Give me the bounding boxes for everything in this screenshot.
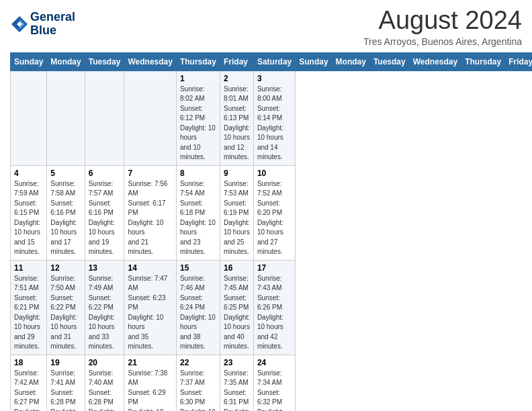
day-number: 20 <box>89 358 121 367</box>
calendar-cell: 24Sunrise: 7:34 AM Sunset: 6:32 PM Dayli… <box>253 355 295 411</box>
calendar-cell: 2Sunrise: 8:01 AM Sunset: 6:13 PM Daylig… <box>220 71 253 165</box>
calendar-cell: 16Sunrise: 7:45 AM Sunset: 6:25 PM Dayli… <box>220 260 253 355</box>
day-number: 22 <box>180 358 216 367</box>
calendar-cell: 20Sunrise: 7:40 AM Sunset: 6:28 PM Dayli… <box>85 355 124 411</box>
title-area: August 2024 Tres Arroyos, Buenos Aires, … <box>363 7 522 47</box>
day-number: 6 <box>89 169 121 178</box>
day-number: 15 <box>180 263 216 273</box>
day-info: Sunrise: 7:42 AM Sunset: 6:27 PM Dayligh… <box>14 369 43 411</box>
day-info: Sunrise: 7:49 AM Sunset: 6:22 PM Dayligh… <box>89 274 121 352</box>
day-info: Sunrise: 7:52 AM Sunset: 6:20 PM Dayligh… <box>257 179 292 257</box>
calendar-table: SundayMondayTuesdayWednesdayThursdayFrid… <box>10 52 532 411</box>
calendar-cell <box>47 71 85 165</box>
calendar-cell: 13Sunrise: 7:49 AM Sunset: 6:22 PM Dayli… <box>85 260 124 355</box>
day-info: Sunrise: 7:47 AM Sunset: 6:23 PM Dayligh… <box>128 274 172 352</box>
day-number: 2 <box>224 74 250 83</box>
calendar-week-1: 1Sunrise: 8:02 AM Sunset: 6:12 PM Daylig… <box>11 71 533 165</box>
day-info: Sunrise: 7:58 AM Sunset: 6:16 PM Dayligh… <box>50 179 81 257</box>
logo-icon <box>10 15 29 34</box>
location-title: Tres Arroyos, Buenos Aires, Argentina <box>363 36 522 47</box>
day-number: 18 <box>14 358 43 367</box>
calendar-cell: 21Sunrise: 7:38 AM Sunset: 6:29 PM Dayli… <box>124 355 176 411</box>
day-info: Sunrise: 7:34 AM Sunset: 6:32 PM Dayligh… <box>257 369 292 411</box>
day-info: Sunrise: 7:46 AM Sunset: 6:24 PM Dayligh… <box>180 274 216 352</box>
day-number: 4 <box>14 169 43 178</box>
day-info: Sunrise: 7:54 AM Sunset: 6:18 PM Dayligh… <box>180 179 216 257</box>
day-info: Sunrise: 8:00 AM Sunset: 6:14 PM Dayligh… <box>257 85 292 163</box>
header-day-friday: Friday <box>220 52 253 71</box>
header-monday: Monday <box>332 52 369 71</box>
day-number: 21 <box>128 358 172 367</box>
day-number: 12 <box>50 263 81 273</box>
calendar-cell: 11Sunrise: 7:51 AM Sunset: 6:21 PM Dayli… <box>11 260 47 355</box>
header-sunday: Sunday <box>296 52 332 71</box>
calendar-week-4: 18Sunrise: 7:42 AM Sunset: 6:27 PM Dayli… <box>11 355 533 411</box>
day-number: 16 <box>224 263 250 273</box>
calendar-cell: 15Sunrise: 7:46 AM Sunset: 6:24 PM Dayli… <box>176 260 220 355</box>
header-friday: Friday <box>505 52 532 71</box>
day-info: Sunrise: 7:41 AM Sunset: 6:28 PM Dayligh… <box>50 369 81 411</box>
calendar-cell: 5Sunrise: 7:58 AM Sunset: 6:16 PM Daylig… <box>47 165 85 260</box>
logo-text: General Blue <box>30 11 75 38</box>
header-day-tuesday: Tuesday <box>85 52 124 71</box>
logo: General Blue <box>10 11 75 38</box>
calendar-cell: 10Sunrise: 7:52 AM Sunset: 6:20 PM Dayli… <box>253 165 295 260</box>
day-number: 23 <box>224 358 250 367</box>
day-info: Sunrise: 7:59 AM Sunset: 6:15 PM Dayligh… <box>14 179 43 257</box>
day-info: Sunrise: 7:56 AM Sunset: 6:17 PM Dayligh… <box>128 179 172 257</box>
day-info: Sunrise: 8:02 AM Sunset: 6:12 PM Dayligh… <box>180 85 216 163</box>
header-thursday: Thursday <box>461 52 505 71</box>
day-info: Sunrise: 7:35 AM Sunset: 6:31 PM Dayligh… <box>224 369 250 411</box>
day-info: Sunrise: 7:53 AM Sunset: 6:19 PM Dayligh… <box>224 179 250 257</box>
header-tuesday: Tuesday <box>369 52 409 71</box>
day-info: Sunrise: 7:57 AM Sunset: 6:16 PM Dayligh… <box>89 179 121 257</box>
calendar-cell: 18Sunrise: 7:42 AM Sunset: 6:27 PM Dayli… <box>11 355 47 411</box>
calendar-week-3: 11Sunrise: 7:51 AM Sunset: 6:21 PM Dayli… <box>11 260 533 355</box>
day-number: 5 <box>50 169 81 178</box>
day-info: Sunrise: 7:50 AM Sunset: 6:22 PM Dayligh… <box>50 274 81 352</box>
day-info: Sunrise: 8:01 AM Sunset: 6:13 PM Dayligh… <box>224 85 250 163</box>
header: General Blue August 2024 Tres Arroyos, B… <box>10 7 522 47</box>
calendar-cell: 12Sunrise: 7:50 AM Sunset: 6:22 PM Dayli… <box>47 260 85 355</box>
header-day-sunday: Sunday <box>11 52 47 71</box>
month-title: August 2024 <box>363 7 522 35</box>
day-number: 24 <box>257 358 292 367</box>
header-day-saturday: Saturday <box>253 52 295 71</box>
day-number: 14 <box>128 263 172 273</box>
day-info: Sunrise: 7:43 AM Sunset: 6:26 PM Dayligh… <box>257 274 292 352</box>
day-info: Sunrise: 7:45 AM Sunset: 6:25 PM Dayligh… <box>224 274 250 352</box>
calendar-cell: 22Sunrise: 7:37 AM Sunset: 6:30 PM Dayli… <box>176 355 220 411</box>
day-number: 3 <box>257 74 292 83</box>
day-info: Sunrise: 7:40 AM Sunset: 6:28 PM Dayligh… <box>89 369 121 411</box>
calendar-cell: 14Sunrise: 7:47 AM Sunset: 6:23 PM Dayli… <box>124 260 176 355</box>
calendar-cell <box>85 71 124 165</box>
calendar-header-row: SundayMondayTuesdayWednesdayThursdayFrid… <box>11 52 533 71</box>
day-number: 19 <box>50 358 81 367</box>
calendar-cell <box>11 71 47 165</box>
calendar-cell: 1Sunrise: 8:02 AM Sunset: 6:12 PM Daylig… <box>176 71 220 165</box>
day-info: Sunrise: 7:51 AM Sunset: 6:21 PM Dayligh… <box>14 274 43 352</box>
day-info: Sunrise: 7:38 AM Sunset: 6:29 PM Dayligh… <box>128 369 172 411</box>
calendar-cell: 7Sunrise: 7:56 AM Sunset: 6:17 PM Daylig… <box>124 165 176 260</box>
calendar-cell: 4Sunrise: 7:59 AM Sunset: 6:15 PM Daylig… <box>11 165 47 260</box>
calendar-cell: 3Sunrise: 8:00 AM Sunset: 6:14 PM Daylig… <box>253 71 295 165</box>
day-number: 7 <box>128 169 172 178</box>
calendar-cell: 17Sunrise: 7:43 AM Sunset: 6:26 PM Dayli… <box>253 260 295 355</box>
day-number: 11 <box>14 263 43 273</box>
calendar-week-2: 4Sunrise: 7:59 AM Sunset: 6:15 PM Daylig… <box>11 165 533 260</box>
day-number: 9 <box>224 169 250 178</box>
calendar-cell: 8Sunrise: 7:54 AM Sunset: 6:18 PM Daylig… <box>176 165 220 260</box>
header-wednesday: Wednesday <box>409 52 461 71</box>
calendar-cell: 9Sunrise: 7:53 AM Sunset: 6:19 PM Daylig… <box>220 165 253 260</box>
calendar-cell <box>124 71 176 165</box>
day-number: 13 <box>89 263 121 273</box>
header-day-wednesday: Wednesday <box>124 52 176 71</box>
day-number: 1 <box>180 74 216 83</box>
day-number: 10 <box>257 169 292 178</box>
calendar-cell: 6Sunrise: 7:57 AM Sunset: 6:16 PM Daylig… <box>85 165 124 260</box>
calendar-cell: 23Sunrise: 7:35 AM Sunset: 6:31 PM Dayli… <box>220 355 253 411</box>
day-number: 17 <box>257 263 292 273</box>
day-number: 8 <box>180 169 216 178</box>
day-info: Sunrise: 7:37 AM Sunset: 6:30 PM Dayligh… <box>180 369 216 411</box>
header-day-monday: Monday <box>47 52 85 71</box>
